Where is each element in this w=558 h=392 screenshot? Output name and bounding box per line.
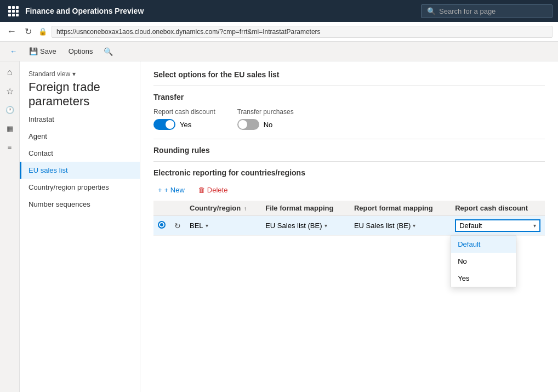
td-country-region: BEL ▾ [185,216,261,236]
new-button[interactable]: + + New [153,184,189,196]
nav-label-eu-sales-list: EU sales list [29,166,68,174]
report-format-value: EU Sales list (BE) [354,221,411,230]
rcd-dropdown-popup: Default No Yes [451,235,516,287]
global-search-bar[interactable]: 🔍 Search for a page [421,4,553,18]
grid-dots-icon [8,6,19,16]
col-label-report-format: Report format mapping [354,204,433,212]
th-refresh [170,201,185,216]
country-region-dropdown[interactable]: BEL ▾ [190,221,257,230]
standard-view-selector[interactable]: Standard view ▾ [29,70,131,78]
standard-view-label: Standard view [29,70,70,78]
nav-label-agent: Agent [29,132,47,140]
refresh-row-icon[interactable]: ↻ [174,221,181,230]
td-refresh: ↻ [170,216,185,236]
chevron-down-report: ▾ [413,223,415,229]
report-cash-discount-label: Report cash discount [153,108,215,116]
back-arrow-icon: ← [10,47,17,55]
sidebar-item-eu-sales-list[interactable]: EU sales list [20,162,140,179]
th-select [153,201,170,216]
radio-select-filled[interactable] [158,221,166,229]
table-toolbar: + + New 🗑 Delete [153,184,545,196]
rcd-option-no-label: No [458,257,467,265]
content-area: Select options for the EU sales list Tra… [140,61,558,392]
sort-icon-country[interactable]: ↑ [244,206,247,212]
data-table: Country/region ↑ File format mapping Rep… [153,201,545,236]
sidebar-item-intrastat[interactable]: Intrastat [20,111,140,128]
top-bar: Finance and Operations Preview 🔍 Search … [0,0,558,22]
col-label-file-format: File format mapping [265,204,333,212]
col-label-country-region: Country/region [190,204,241,212]
lock-icon: 🔒 [38,27,47,36]
home-icon-button[interactable]: ⌂ [1,64,19,81]
address-bar: ← ↻ 🔒 https://usnconeboxax1aos.cloud.one… [0,22,558,42]
table-row[interactable]: ↻ BEL ▾ EU Sales list (BE) ▾ [153,216,545,236]
rcd-chevron-icon: ▾ [533,223,536,229]
modules-icon-button[interactable]: ≡ [1,138,19,156]
section-title: Select options for the EU sales list [153,70,545,79]
back-button[interactable]: ← [5,45,21,58]
table-header-row: Country/region ↑ File format mapping Rep… [153,201,545,216]
app-title: Finance and Operations Preview [25,7,417,15]
main-layout: ⌂ ☆ 🕐 ▦ ≡ Standard view ▾ Foreign trade … [0,61,558,392]
back-nav-button[interactable]: ← [5,26,18,38]
td-report-cash-discount: ▾ Default No Yes [451,216,545,236]
th-file-format: File format mapping [261,201,350,216]
search-icon: 🔍 [427,7,436,15]
chevron-down-country: ▾ [206,223,208,229]
transfer-purchases-label: Transfer purchases [237,108,294,116]
rcd-option-yes[interactable]: Yes [451,270,516,287]
page-header: Standard view ▾ Foreign trade parameters [20,66,140,111]
delete-icon: 🗑 [198,186,205,194]
nav-label-intrastat: Intrastat [29,115,54,123]
apps-grid-button[interactable] [5,3,21,19]
report-cash-discount-field: Report cash discount Yes [153,108,215,130]
refresh-nav-button[interactable]: ↻ [22,26,34,38]
recent-icon-button[interactable]: 🕐 [1,101,19,118]
report-cash-discount-toggle[interactable] [153,119,175,130]
table-header: Country/region ↑ File format mapping Rep… [153,201,545,216]
sidebar-item-country-region[interactable]: Country/region properties [20,179,140,196]
search-button[interactable]: 🔍 [100,44,116,59]
plus-icon: + [158,186,162,194]
td-select [153,216,170,236]
icon-bar: ⌂ ☆ 🕐 ▦ ≡ [0,61,20,392]
rcd-option-default[interactable]: Default [451,236,516,253]
sidebar-item-agent[interactable]: Agent [20,128,140,145]
file-format-value: EU Sales list (BE) [265,221,322,230]
favorites-icon-button[interactable]: ☆ [1,82,19,100]
nav-label-contact: Contact [29,149,53,157]
save-button[interactable]: 💾 Save [25,45,61,58]
transfer-purchases-value: No [264,121,273,129]
country-region-value: BEL [190,221,203,230]
url-input[interactable]: https://usnconeboxax1aos.cloud.onebox.dy… [52,26,553,38]
divider-2 [153,139,545,139]
command-bar: ← 💾 Save Options 🔍 [0,42,558,61]
delete-label: Delete [207,186,228,194]
col-label-report-cash-discount: Report cash discount [455,204,528,212]
rcd-input-field[interactable] [459,221,531,230]
report-cash-discount-toggle-container: Yes [153,119,215,130]
workspaces-icon-button[interactable]: ▦ [1,120,19,137]
td-file-format: EU Sales list (BE) ▾ [261,216,350,236]
nav-label-country-region: Country/region properties [29,183,109,191]
transfer-form-row: Report cash discount Yes Transfer purcha… [153,108,545,130]
save-icon: 💾 [29,47,38,55]
th-report-cash-discount: Report cash discount [451,201,545,216]
rcd-option-yes-label: Yes [458,274,469,282]
delete-button[interactable]: 🗑 Delete [193,184,232,196]
file-format-dropdown[interactable]: EU Sales list (BE) ▾ [265,221,345,230]
nav-label-number-sequences: Number sequences [29,200,90,208]
toggle-thumb [166,120,174,129]
th-country-region: Country/region ↑ [185,201,261,216]
search-placeholder: Search for a page [439,7,496,15]
sidebar-item-contact[interactable]: Contact [20,145,140,162]
transfer-purchases-toggle[interactable] [237,119,259,130]
table-body: ↻ BEL ▾ EU Sales list (BE) ▾ [153,216,545,236]
rcd-option-no[interactable]: No [451,253,516,270]
rcd-input-box[interactable]: ▾ [455,219,540,232]
chevron-down-file: ▾ [324,223,327,229]
sidebar-item-number-sequences[interactable]: Number sequences [20,196,140,213]
report-format-dropdown[interactable]: EU Sales list (BE) ▾ [354,221,446,230]
new-label: + New [164,186,185,194]
options-button[interactable]: Options [64,45,98,58]
